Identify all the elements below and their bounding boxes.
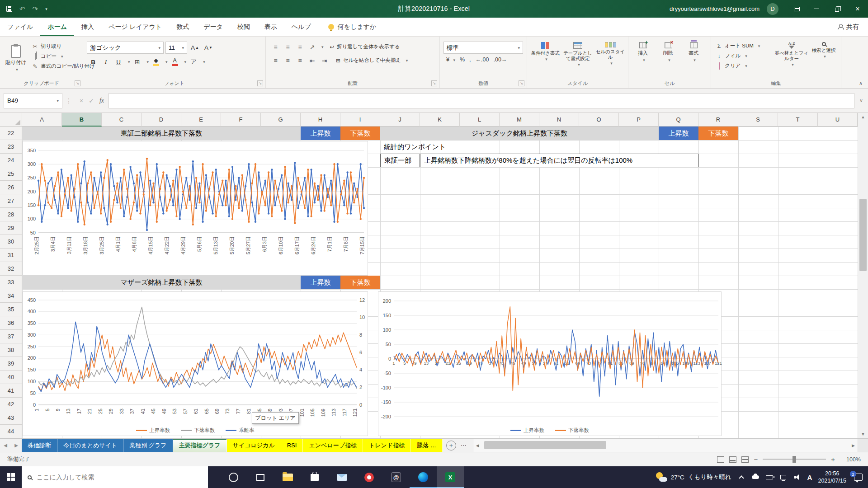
ribbon-tab[interactable]: ヘルプ — [284, 18, 318, 36]
sheet-nav-right-icon[interactable]: ▶ — [11, 439, 22, 452]
battery-icon[interactable] — [765, 473, 774, 481]
ribbon-tab[interactable]: ファイル — [0, 18, 40, 36]
app-red-icon[interactable] — [355, 466, 382, 488]
font-name-combo[interactable]: 游ゴシック▾ — [87, 42, 164, 54]
edge-icon[interactable] — [410, 466, 437, 488]
column-header-E[interactable]: E — [181, 113, 221, 127]
page-break-view-icon[interactable] — [741, 456, 749, 463]
decrease-indent-button[interactable]: ⇤ — [307, 55, 317, 66]
italic-button[interactable]: I — [100, 56, 111, 68]
column-header-T[interactable]: T — [778, 113, 818, 127]
wrap-text-button[interactable]: ↩折り返して全体を表示する — [330, 43, 400, 50]
align-center-button[interactable]: ≡ — [283, 55, 293, 66]
align-top-button[interactable]: ≡ — [270, 42, 281, 52]
horizontal-scroll-thumb[interactable] — [484, 441, 606, 449]
column-header-H[interactable]: H — [301, 113, 340, 127]
share-button[interactable]: 共有 — [838, 18, 868, 36]
row-header-33[interactable]: 33 — [0, 276, 22, 289]
fill-color-button[interactable]: ◆ — [151, 56, 161, 68]
down-count-button[interactable]: 下落数 — [698, 127, 738, 140]
zoom-out-icon[interactable]: − — [754, 455, 758, 463]
app-at-icon[interactable] — [382, 466, 410, 488]
row-header-29[interactable]: 29 — [0, 221, 22, 235]
dialog-launcher-icon[interactable]: ↘ — [431, 80, 437, 86]
hidden-icons-chevron[interactable] — [737, 473, 745, 481]
fill-button[interactable]: ↓フィル▾ — [716, 52, 771, 59]
up-count-button[interactable]: 上昇数 — [301, 127, 340, 140]
formula-input[interactable] — [108, 93, 854, 108]
weather-widget[interactable]: 27°C くもり時々晴れ — [656, 472, 731, 482]
name-box-input[interactable] — [7, 97, 54, 104]
column-header-K[interactable]: K — [420, 113, 460, 127]
expand-formula-bar-icon[interactable]: ∨ — [854, 98, 868, 103]
increase-indent-button[interactable]: ⇥ — [319, 55, 330, 66]
scroll-down-icon[interactable]: ▼ — [858, 432, 868, 436]
onedrive-cloud-icon[interactable] — [751, 473, 760, 481]
select-all-corner[interactable] — [0, 113, 22, 127]
ribbon-tab[interactable]: ホーム — [40, 18, 74, 36]
down-count-button[interactable]: 下落数 — [340, 276, 380, 289]
down-count-button[interactable]: 下落数 — [340, 127, 380, 140]
row-header-26[interactable]: 26 — [0, 181, 22, 194]
store-icon[interactable] — [301, 466, 328, 488]
delete-cells-button[interactable]: 削除▾ — [656, 38, 681, 62]
align-left-button[interactable]: ≡ — [270, 55, 281, 66]
cut-button[interactable]: ✂切り取り — [32, 43, 82, 50]
mail-icon[interactable] — [328, 466, 355, 488]
ribbon-display-options-icon[interactable] — [788, 0, 806, 18]
sheet-tab[interactable]: 騰落 … — [411, 439, 443, 452]
column-header-M[interactable]: M — [500, 113, 539, 127]
align-bottom-button[interactable]: ≡ — [295, 42, 305, 52]
cancel-icon[interactable]: × — [80, 97, 83, 104]
row-header-34[interactable]: 34 — [0, 289, 22, 303]
font-color-button[interactable]: A — [170, 56, 180, 68]
row-header-42[interactable]: 42 — [0, 398, 22, 411]
sheet-tab[interactable]: 株価診断 — [22, 439, 57, 452]
number-format-combo[interactable]: 標準▾ — [443, 42, 523, 54]
insert-function-icon[interactable]: fx — [99, 97, 104, 104]
row-header-44[interactable]: 44 — [0, 425, 22, 438]
format-as-table-button[interactable]: テーブルとして書式設定▾ — [561, 38, 594, 67]
scroll-right-icon[interactable]: ▶ — [852, 443, 855, 448]
row-header-31[interactable]: 31 — [0, 249, 22, 262]
row-header-43[interactable]: 43 — [0, 411, 22, 425]
ribbon-tab[interactable]: ページ レイアウト — [101, 18, 169, 36]
paste-button[interactable]: 貼り付け ▾ — [2, 38, 30, 78]
column-header-L[interactable]: L — [460, 113, 500, 127]
comma-button[interactable]: , — [469, 56, 471, 63]
zoom-in-icon[interactable]: + — [831, 455, 835, 463]
zoom-level[interactable]: 100% — [840, 456, 861, 463]
minimize-button[interactable] — [806, 0, 826, 18]
row-header-23[interactable]: 23 — [0, 140, 22, 154]
ribbon-tab[interactable]: 校閲 — [230, 18, 257, 36]
collapse-ribbon-icon[interactable]: ∧ — [859, 80, 863, 86]
jasdaq-title-cell[interactable]: ジャスダック銘柄上昇数下落数 — [380, 127, 659, 140]
row-header-30[interactable]: 30 — [0, 235, 22, 249]
row-header-24[interactable]: 24 — [0, 154, 22, 167]
increase-decimal-button[interactable]: ←.00 — [476, 56, 489, 63]
currency-button[interactable]: ¥ ▾ — [446, 56, 455, 63]
merge-center-button[interactable]: ⊞セルを結合して中央揃え▾ — [336, 57, 408, 64]
column-header-S[interactable]: S — [738, 113, 778, 127]
customize-qat-icon[interactable]: ▾ — [45, 7, 47, 11]
more-sheets-icon[interactable]: ⋯ — [459, 439, 468, 452]
conditional-formatting-button[interactable]: 条件付き書式▾ — [529, 38, 561, 61]
enter-icon[interactable]: ✓ — [89, 97, 94, 104]
zoom-slider[interactable] — [763, 459, 826, 460]
format-cells-button[interactable]: 書式▾ — [681, 38, 706, 62]
notification-center-icon[interactable]: 2 — [854, 474, 863, 481]
copy-button[interactable]: コピー▾ — [32, 53, 82, 60]
taskbar-search[interactable] — [22, 466, 208, 488]
find-select-button[interactable]: 検索と選択▾ — [809, 38, 839, 59]
redo-icon[interactable]: ↷ — [33, 5, 38, 12]
orientation-button[interactable]: ↗ — [307, 42, 317, 52]
scroll-left-icon[interactable]: ◀ — [476, 443, 479, 448]
align-right-button[interactable]: ≡ — [295, 55, 305, 66]
column-header-A[interactable]: A — [22, 113, 62, 127]
tosho1-note-cell[interactable]: 上昇銘柄数下降銘柄数が80%を超えた場合には翌日の反転率は100% — [420, 154, 698, 167]
new-sheet-button[interactable]: + — [446, 441, 456, 450]
normal-view-icon[interactable] — [717, 456, 724, 463]
excel-icon[interactable] — [437, 466, 464, 488]
clear-button[interactable]: クリア▾ — [716, 62, 771, 69]
increase-font-button[interactable]: A▲ — [189, 42, 201, 54]
